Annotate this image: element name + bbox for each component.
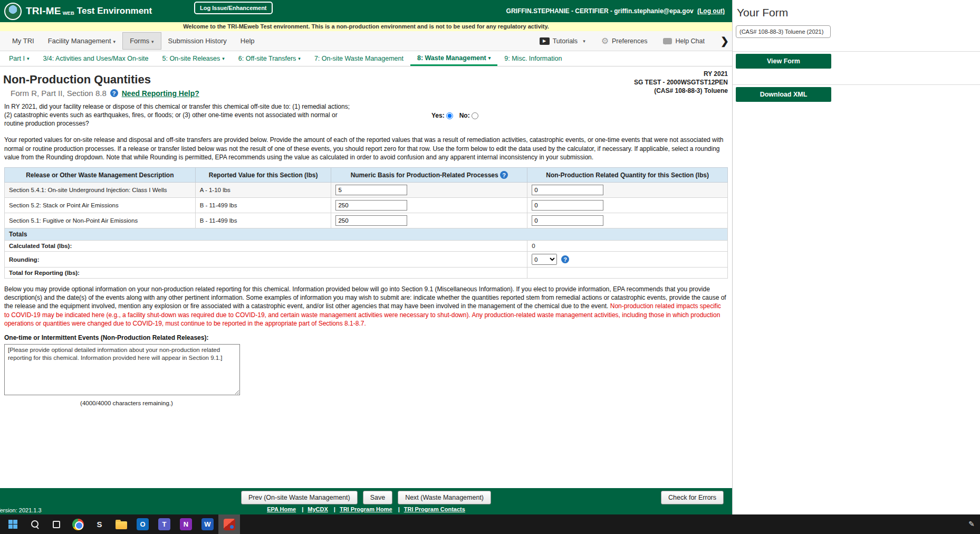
main-content: TRI-ME WEB Test Environment Log Issue/En… xyxy=(0,0,732,514)
task-view-button[interactable] xyxy=(45,514,67,534)
taskbar-search[interactable] xyxy=(24,514,45,534)
non-production-input[interactable] xyxy=(532,200,603,211)
events-textarea[interactable] xyxy=(4,344,240,395)
row-reported-value: B - 11-499 lbs xyxy=(195,198,331,213)
nav-submission-history[interactable]: Submission History xyxy=(161,33,234,49)
row-description: Section 5.1: Fugitive or Non-Point Air E… xyxy=(5,213,196,228)
table-row: Section 5.4.1: On-site Underground Injec… xyxy=(5,183,728,198)
caret-down-icon: ▾ xyxy=(583,39,585,44)
taskbar-active-app[interactable] xyxy=(218,514,240,534)
start-button[interactable] xyxy=(2,514,24,534)
no-option: No: xyxy=(459,103,478,128)
caret-down-icon: ▾ xyxy=(27,56,30,61)
next-button[interactable]: Next (Waste Management) xyxy=(398,491,491,504)
taskbar-outlook[interactable]: O xyxy=(132,514,153,534)
taskbar-s-app[interactable]: S xyxy=(89,514,110,534)
row-description: Section 5.2: Stack or Point Air Emission… xyxy=(5,198,196,213)
word-icon: W xyxy=(201,518,214,530)
help-chat-menu[interactable]: Help Chat xyxy=(663,37,705,45)
tab-onsite-releases[interactable]: 5: On-site Releases▾ xyxy=(156,51,232,66)
pen-input-icon[interactable]: ✎ xyxy=(968,520,975,528)
caret-down-icon: ▾ xyxy=(113,39,116,44)
environment-notice: Welcome to the TRI-MEweb Test environmen… xyxy=(0,22,732,31)
col-header-non-production: Non-Production Related Quantity for this… xyxy=(527,168,728,183)
app-header: TRI-ME WEB Test Environment Log Issue/En… xyxy=(0,0,732,22)
nav-my-tri[interactable]: My TRI xyxy=(5,33,41,49)
yes-radio[interactable] xyxy=(446,112,453,119)
numeric-basis-input[interactable] xyxy=(335,200,407,211)
rounding-select[interactable]: 0 xyxy=(532,254,557,265)
download-xml-section: Download XML xyxy=(733,84,980,102)
events-field-label: One-time or Intermittent Events (Non-Pro… xyxy=(0,328,732,341)
chat-bubble-icon xyxy=(663,38,672,44)
logout-link[interactable]: (Log out) xyxy=(697,7,725,15)
view-form-section: View Form xyxy=(733,51,980,69)
taskbar-teams[interactable]: T xyxy=(153,514,175,534)
tab-part-1[interactable]: Part I▾ xyxy=(2,51,36,66)
tab-onsite-waste-management[interactable]: 7: On-site Waste Management xyxy=(308,51,410,66)
taskbar-word[interactable]: W xyxy=(197,514,218,534)
tab-offsite-transfers[interactable]: 6: Off-site Transfers▾ xyxy=(232,51,308,66)
tri-program-home-link[interactable]: TRI Program Home xyxy=(340,506,392,512)
nav-facility-management[interactable]: Facility Management▾ xyxy=(41,33,122,49)
help-icon[interactable]: ? xyxy=(561,255,569,263)
windows-logo-icon xyxy=(8,520,18,529)
tab-waste-management[interactable]: 8: Waste Management▾ xyxy=(410,51,497,66)
tutorials-menu[interactable]: ▶ Tutorials▾ xyxy=(540,37,585,45)
non-production-input[interactable] xyxy=(532,215,603,226)
your-form-panel: Your Form (CAS# 108-88-3) Toluene (2021)… xyxy=(732,0,980,514)
no-radio[interactable] xyxy=(472,112,478,119)
chrome-icon xyxy=(72,519,84,530)
check-for-errors-button[interactable]: Check for Errors xyxy=(661,491,724,504)
col-header-numeric-basis: Numeric Basis for Production-Related Pro… xyxy=(331,168,527,183)
calculated-total-label: Calculated Total (lbs): xyxy=(5,241,527,252)
nav-forms[interactable]: Forms▾ xyxy=(122,32,161,50)
taskbar-onenote[interactable]: N xyxy=(175,514,197,534)
row-reported-value: A - 1-10 lbs xyxy=(195,183,331,198)
totals-header-row: Totals xyxy=(5,228,728,241)
prev-button[interactable]: Prev (On-site Waste Management) xyxy=(241,491,358,504)
help-icon[interactable]: ? xyxy=(500,171,508,179)
numeric-basis-input[interactable] xyxy=(335,215,407,226)
collapse-panel-chevron-icon[interactable]: ❯ xyxy=(720,35,729,47)
log-issue-button[interactable]: Log Issue/Enhancement xyxy=(194,2,273,14)
epa-home-link[interactable]: EPA Home xyxy=(267,506,296,512)
table-header-row: Release or Other Waste Management Descri… xyxy=(5,168,728,183)
reporting-year: RY 2021 xyxy=(634,70,728,78)
tri-program-contacts-link[interactable]: TRI Program Contacts xyxy=(404,506,465,512)
save-button[interactable]: Save xyxy=(363,491,393,504)
page-title: Non-Production Quantities xyxy=(3,73,727,87)
mycdx-link[interactable]: MyCDX xyxy=(308,506,328,512)
yes-no-radio-group: Yes: No: xyxy=(431,103,478,128)
download-xml-button[interactable]: Download XML xyxy=(736,87,831,102)
form-meta: RY 2021 SG TEST - 2000WSGTST12PEN (CAS# … xyxy=(634,70,728,96)
non-production-input[interactable] xyxy=(532,185,603,195)
app-brand-sub: WEB xyxy=(63,10,74,16)
app-environment-label: Test Environment xyxy=(77,6,152,16)
nav-help[interactable]: Help xyxy=(234,33,262,49)
chemical-id: (CAS# 108-88-3) Toluene xyxy=(634,87,728,95)
view-form-button[interactable]: View Form xyxy=(736,54,831,69)
row-description: Section 5.4.1: On-site Underground Injec… xyxy=(5,183,196,198)
tab-activities-uses[interactable]: 3/4: Activities and Uses/Max On-site xyxy=(36,51,155,66)
tutorials-icon: ▶ xyxy=(540,37,550,45)
row-reported-value: B - 11-499 lbs xyxy=(195,213,331,228)
menu-bar: My TRI Facility Management▾ Forms▾ Submi… xyxy=(0,31,732,51)
numeric-basis-input[interactable] xyxy=(335,185,407,195)
form-section-tabs: Part I▾ 3/4: Activities and Uses/Max On-… xyxy=(0,51,732,66)
help-icon[interactable]: ? xyxy=(110,89,118,97)
taskbar-file-explorer[interactable] xyxy=(110,514,132,534)
page-subtitle: Form R, Part II, Section 8.8 xyxy=(11,89,107,98)
rounding-label: Rounding: xyxy=(5,252,527,268)
total-for-reporting-label: Total for Reporting (lbs): xyxy=(5,268,527,279)
taskbar-chrome[interactable] xyxy=(67,514,89,534)
table-row: Section 5.1: Fugitive or Non-Point Air E… xyxy=(5,213,728,228)
form-select[interactable]: (CAS# 108-88-3) Toluene (2021) xyxy=(736,25,831,38)
onenote-icon: N xyxy=(180,518,192,530)
need-reporting-help-link[interactable]: Need Reporting Help? xyxy=(122,89,199,98)
characters-remaining: (4000/4000 characters remaining.) xyxy=(0,400,253,406)
preferences-menu[interactable]: ⚙ Preferences xyxy=(601,37,648,45)
menu-utilities: ▶ Tutorials▾ ⚙ Preferences Help Chat xyxy=(540,37,727,45)
user-info-text: GRIFFIN.STEPHANIE - CERTIFIER - griffin.… xyxy=(506,7,694,15)
tab-misc-information[interactable]: 9: Misc. Information xyxy=(497,51,569,66)
